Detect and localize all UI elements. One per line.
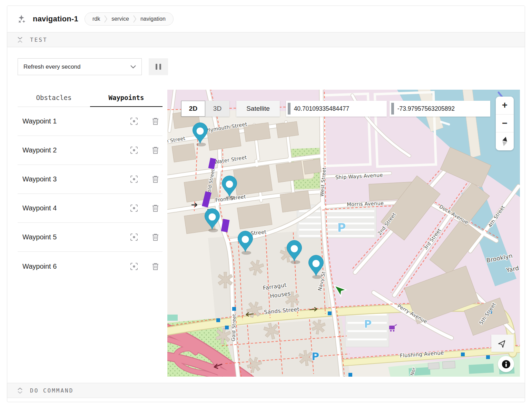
sparkles-icon	[17, 14, 27, 24]
waypoint-row: Waypoint 6	[18, 252, 162, 281]
waypoints-sidebar: Obstacles Waypoints Waypoint 1 Waypoint …	[18, 90, 162, 377]
parking-label: P	[364, 318, 372, 330]
refresh-rate-select[interactable]: Refresh every second	[18, 58, 142, 75]
do-command-section-header[interactable]: DO COMMAND	[7, 383, 525, 398]
focus-waypoint-icon[interactable]	[128, 260, 140, 272]
drag-handle[interactable]	[288, 103, 290, 115]
focus-waypoint-icon[interactable]	[128, 202, 140, 214]
tab-obstacles[interactable]: Obstacles	[18, 90, 90, 107]
map-panel: Plymouth Streeth StreetWater StreetFront…	[167, 90, 520, 377]
breadcrumb: rdk service navigation	[85, 12, 174, 26]
map-2d-button[interactable]: 2D	[181, 101, 205, 117]
waypoint-row: Waypoint 3	[18, 165, 162, 194]
focus-waypoint-icon[interactable]	[128, 173, 140, 185]
expand-icon	[18, 388, 22, 394]
zoom-out-button[interactable]: −	[496, 115, 514, 132]
compass-icon	[501, 136, 508, 147]
collapse-icon	[18, 37, 22, 43]
focus-waypoint-icon[interactable]	[128, 144, 140, 156]
locate-button[interactable]	[491, 335, 514, 352]
map-zoom-control: + −	[496, 97, 514, 150]
breadcrumb-item-navigation: navigation	[140, 16, 166, 22]
waypoint-row: Waypoint 4	[18, 194, 162, 223]
waypoint-row: Waypoint 1	[18, 107, 162, 136]
longitude-field	[390, 101, 490, 117]
chevron-right-icon	[104, 15, 107, 23]
waypoint-label: Waypoint 2	[22, 146, 128, 154]
delete-waypoint-icon[interactable]	[150, 173, 161, 185]
waypoint-label: Waypoint 5	[22, 233, 128, 241]
breadcrumb-item-service: service	[111, 16, 129, 22]
refresh-rate-value: Refresh every second	[23, 63, 80, 70]
waypoint-label: Waypoint 3	[22, 175, 128, 183]
pause-icon	[159, 64, 161, 70]
drag-handle[interactable]	[391, 103, 394, 115]
waypoint-label: Waypoint 6	[22, 262, 128, 270]
latitude-field	[286, 101, 387, 117]
delete-waypoint-icon[interactable]	[150, 115, 161, 127]
do-command-label: DO COMMAND	[30, 387, 73, 394]
longitude-input[interactable]	[394, 105, 490, 112]
pause-button[interactable]	[149, 58, 168, 75]
refresh-controls: Refresh every second	[7, 47, 525, 90]
map-info-button[interactable]	[498, 356, 514, 372]
card-header: navigation-1 rdk service navigation	[7, 6, 525, 32]
tab-waypoints[interactable]: Waypoints	[90, 90, 162, 107]
map-3d-button[interactable]: 3D	[205, 101, 229, 117]
chevron-right-icon	[133, 15, 136, 23]
compass-button[interactable]	[496, 132, 514, 150]
navigation-card: navigation-1 rdk service navigation TEST…	[7, 6, 525, 402]
waypoint-label: Waypoint 4	[22, 204, 128, 212]
focus-waypoint-icon[interactable]	[128, 115, 140, 127]
waypoint-row: Waypoint 2	[18, 136, 162, 165]
delete-waypoint-icon[interactable]	[150, 202, 161, 214]
delete-waypoint-icon[interactable]	[150, 144, 161, 156]
street-label: Gold Street	[230, 314, 237, 341]
waypoint-label: Waypoint 1	[22, 117, 128, 125]
pause-icon	[156, 64, 157, 70]
focus-waypoint-icon[interactable]	[128, 231, 140, 243]
waypoint-row: Waypoint 5	[18, 223, 162, 252]
delete-waypoint-icon[interactable]	[150, 260, 161, 272]
parking-label: P	[312, 350, 319, 363]
parking-label: P	[337, 221, 346, 235]
main-content: Obstacles Waypoints Waypoint 1 Waypoint …	[7, 90, 525, 377]
latitude-input[interactable]	[290, 105, 387, 112]
page-title: navigation-1	[33, 14, 78, 23]
sidebar-tabs: Obstacles Waypoints	[18, 90, 162, 107]
zoom-in-button[interactable]: +	[496, 97, 514, 115]
page: navigation-1 rdk service navigation TEST…	[0, 0, 532, 407]
chevron-down-icon	[130, 65, 136, 69]
breadcrumb-item-rdk: rdk	[92, 16, 100, 22]
navigation-arrow-icon	[498, 339, 507, 348]
info-icon	[501, 359, 511, 369]
satellite-button[interactable]: Satellite	[236, 101, 280, 117]
map-canvas[interactable]: Plymouth Streeth StreetWater StreetFront…	[167, 90, 520, 377]
test-section-label: TEST	[30, 37, 48, 43]
waypoint-list: Waypoint 1 Waypoint 2 Waypoint 3 Waypoin…	[18, 107, 162, 281]
test-section-header[interactable]: TEST	[7, 32, 525, 47]
delete-waypoint-icon[interactable]	[150, 231, 161, 243]
